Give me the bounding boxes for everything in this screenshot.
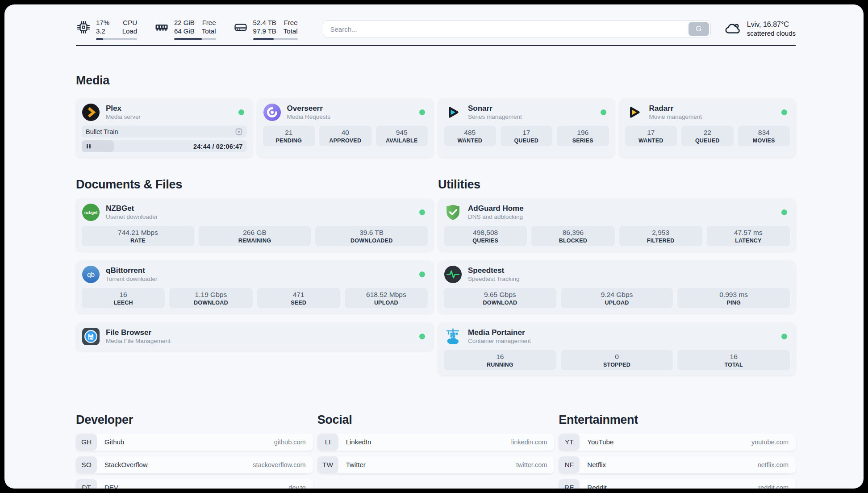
app-subtitle: DNS and adblocking bbox=[468, 213, 524, 220]
disk-monitor: 52.4 TB 97.9 TB Free Total bbox=[233, 18, 298, 40]
bookmark-dev[interactable]: DT DEV dev.to bbox=[76, 479, 313, 489]
app-card-radarr[interactable]: Radarr Movie management 17 WANTED 22 QUE… bbox=[619, 98, 796, 157]
app-name: File Browser bbox=[106, 329, 171, 337]
app-card-nzbget[interactable]: nzbget NZBGet Usenet downloader 744.21 M… bbox=[76, 198, 434, 251]
stat-latency: 47.57 ms LATENCY bbox=[707, 226, 790, 246]
app-name: AdGuard Home bbox=[468, 205, 524, 213]
app-card-filebrowser[interactable]: File Browser Media File Management bbox=[76, 322, 434, 351]
filebrowser-icon bbox=[82, 327, 100, 346]
stat-seed: 471 SEED bbox=[257, 288, 340, 308]
cpu-monitor: 17% 3.2 CPU Load bbox=[76, 18, 137, 40]
bookmark-stackoverflow[interactable]: SO StackOverflow stackoverflow.com bbox=[76, 456, 313, 473]
bookmark-url: netflix.com bbox=[758, 461, 796, 468]
sonarr-icon bbox=[444, 103, 462, 121]
disk-total-value: 97.9 TB bbox=[253, 27, 276, 35]
status-online-dot bbox=[781, 334, 787, 339]
cpu-load-label: Load bbox=[122, 27, 137, 35]
app-name: Radarr bbox=[649, 104, 702, 113]
app-name: Speedtest bbox=[468, 267, 520, 275]
app-card-qbittorrent[interactable]: qb qBittorrent Torrent downloader 16 bbox=[76, 260, 434, 313]
bookmark-url: reddit.com bbox=[758, 484, 796, 489]
bookmark-url: github.com bbox=[274, 439, 313, 446]
disk-free-value: 52.4 TB bbox=[253, 18, 276, 27]
app-card-plex[interactable]: Plex Media server Bullet Train bbox=[76, 98, 253, 157]
hard-drive-icon bbox=[233, 20, 248, 35]
stat-pending: 21 PENDING bbox=[263, 126, 315, 146]
stat-download: 1.19 Gbps DOWNLOAD bbox=[169, 288, 252, 308]
search-bar: G bbox=[323, 20, 711, 38]
stat-filtered: 2,953 FILTERED bbox=[619, 226, 702, 246]
cpu-chip-icon bbox=[76, 20, 91, 35]
bookmark-name: Reddit bbox=[587, 484, 606, 489]
status-online-dot bbox=[419, 272, 425, 277]
cloud-icon bbox=[723, 20, 741, 38]
status-online-dot bbox=[238, 109, 244, 115]
pause-icon bbox=[86, 143, 92, 149]
bookmark-name: StackOverflow bbox=[104, 461, 148, 468]
dashboard-page: 17% 3.2 CPU Load bbox=[4, 4, 864, 489]
nzbget-icon: nzbget bbox=[82, 203, 100, 221]
ram-icon bbox=[154, 20, 169, 35]
stat-download: 9.65 Gbps DOWNLOAD bbox=[444, 288, 556, 308]
app-subtitle: Torrent downloader bbox=[106, 276, 158, 282]
app-card-portainer[interactable]: Media Portainer Container management 16 … bbox=[438, 322, 796, 375]
app-subtitle: Movie management bbox=[649, 113, 702, 120]
weather-widget: Lviv, 16.87°C scattered clouds bbox=[723, 20, 796, 38]
section-title-media: Media bbox=[76, 74, 796, 88]
app-subtitle: Usenet downloader bbox=[106, 213, 158, 220]
bookmark-github[interactable]: GH Github github.com bbox=[76, 434, 313, 451]
app-subtitle: Speedtest Tracking bbox=[468, 276, 520, 282]
cpu-load-value: 3.2 bbox=[96, 27, 109, 35]
stat-upload: 9.24 Gbps UPLOAD bbox=[561, 288, 673, 308]
bookmark-abbr-badge: SO bbox=[76, 456, 97, 473]
app-card-adguard[interactable]: AdGuard Home DNS and adblocking 498,508 … bbox=[438, 198, 796, 251]
bookmark-url: twitter.com bbox=[516, 461, 554, 468]
cpu-progress-bar bbox=[96, 38, 137, 40]
section-title-developer: Developer bbox=[76, 413, 313, 427]
bookmark-abbr-badge: NF bbox=[559, 456, 580, 473]
bookmark-twitter[interactable]: TW Twitter twitter.com bbox=[317, 456, 555, 473]
search-input[interactable] bbox=[330, 25, 687, 33]
bookmark-name: Twitter bbox=[346, 461, 366, 468]
app-card-overseerr[interactable]: Overseerr Media Requests 21 PENDING 40 A… bbox=[257, 98, 434, 157]
stat-blocked: 86,396 BLOCKED bbox=[531, 226, 614, 246]
overseerr-icon bbox=[263, 103, 281, 121]
bookmark-reddit[interactable]: RE Reddit reddit.com bbox=[559, 479, 796, 489]
documents-column: Documents & Files nzbget NZBGet Usenet d… bbox=[76, 168, 434, 375]
app-card-sonarr[interactable]: Sonarr Series management 485 WANTED 17 Q… bbox=[438, 98, 615, 157]
ram-progress-bar bbox=[174, 38, 216, 40]
bookmark-columns: Developer GH Github github.com SO StackO… bbox=[76, 403, 796, 489]
app-card-speedtest[interactable]: Speedtest Speedtest Tracking 9.65 Gbps D… bbox=[438, 260, 796, 313]
app-name: NZBGet bbox=[106, 205, 158, 213]
app-subtitle: Media server bbox=[106, 113, 141, 120]
stat-queued: 22 QUEUED bbox=[681, 126, 734, 146]
bookmark-netflix[interactable]: NF Netflix netflix.com bbox=[559, 456, 796, 473]
stat-wanted: 17 WANTED bbox=[625, 126, 677, 146]
stat-stopped: 0 STOPPED bbox=[561, 350, 673, 370]
bookmark-linkedin[interactable]: LI LinkedIn linkedin.com bbox=[317, 434, 555, 451]
bookmark-url: linkedin.com bbox=[511, 439, 555, 446]
ram-progress-fill bbox=[174, 38, 202, 40]
disk-progress-bar bbox=[253, 38, 298, 40]
top-bar: 17% 3.2 CPU Load bbox=[76, 18, 796, 40]
status-online-dot bbox=[781, 209, 787, 215]
stat-movies: 834 MOVIES bbox=[738, 126, 790, 146]
weather-condition: scattered clouds bbox=[747, 29, 796, 38]
status-online-dot bbox=[601, 109, 606, 115]
stat-downloaded: 39.6 TB DOWNLOADED bbox=[315, 226, 428, 246]
search-engine-button[interactable]: G bbox=[689, 22, 709, 36]
ram-total-label: Total bbox=[202, 27, 216, 35]
app-name: Plex bbox=[106, 104, 141, 113]
svg-text:nzbget: nzbget bbox=[84, 210, 98, 215]
ram-free-label: Free bbox=[202, 18, 216, 27]
svg-text:qb: qb bbox=[87, 271, 95, 279]
bookmark-name: Netflix bbox=[587, 461, 606, 468]
stat-queries: 498,508 QUERIES bbox=[444, 226, 527, 246]
disk-total-label: Total bbox=[284, 27, 298, 35]
bookmark-abbr-badge: RE bbox=[559, 479, 580, 489]
adguard-shield-icon bbox=[444, 203, 462, 221]
bookmark-youtube[interactable]: YT YouTube youtube.com bbox=[559, 434, 796, 451]
app-name: qBittorrent bbox=[106, 267, 158, 275]
section-title-entertainment: Entertainment bbox=[559, 413, 796, 427]
stat-upload: 618.52 Mbps UPLOAD bbox=[345, 288, 428, 308]
